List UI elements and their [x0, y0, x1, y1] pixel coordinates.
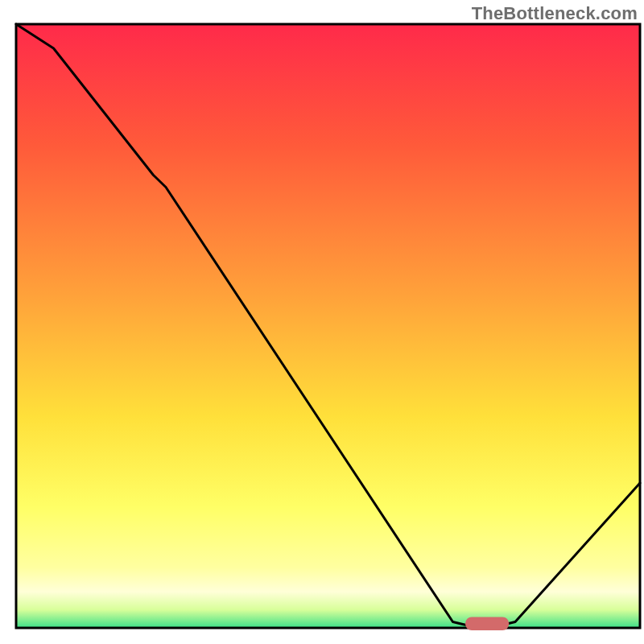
plot-background: [16, 24, 640, 628]
chart-container: TheBottleneck.com: [0, 0, 644, 644]
bottleneck-chart: [0, 0, 644, 644]
optimal-marker: [465, 617, 509, 631]
